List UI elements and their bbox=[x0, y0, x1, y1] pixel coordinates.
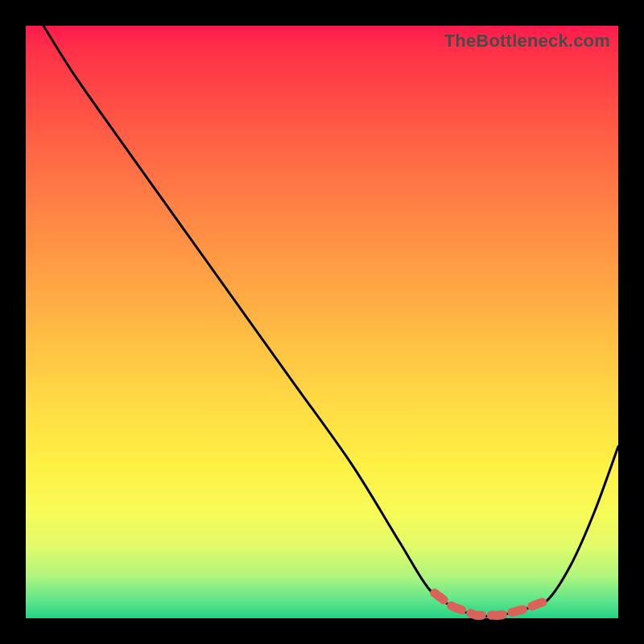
bottleneck-curve-path bbox=[43, 26, 618, 616]
chart-frame: TheBottleneck.com bbox=[26, 26, 618, 618]
chart-plot bbox=[26, 26, 618, 618]
highlight-segment bbox=[435, 593, 547, 616]
